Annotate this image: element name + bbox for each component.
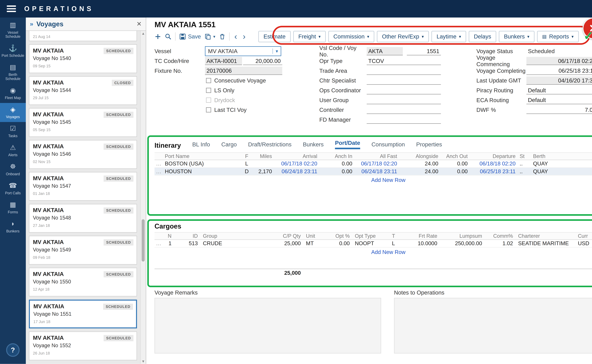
checkbox-ls-only[interactable]: LS Only: [155, 85, 314, 95]
cargoes-add-new-row[interactable]: Add New Row: [155, 249, 592, 255]
checkbox[interactable]: [206, 107, 211, 112]
fd-manager-field[interactable]: [367, 116, 441, 124]
row-handle-icon[interactable]: …: [155, 161, 163, 167]
eca-routing-field[interactable]: Default: [526, 96, 592, 104]
sidebar-item-forms[interactable]: ▦ Forms: [0, 198, 26, 217]
fixture-no-field[interactable]: 20170006: [205, 67, 282, 75]
menu-freight[interactable]: Freight▾: [293, 31, 326, 42]
status-badge: SCHEDULED: [104, 271, 133, 277]
status-badge: SCHEDULED: [104, 176, 133, 182]
voyage-card-1544[interactable]: MV AKTAIA CLOSED Voyage No 1544 29 Jul 1…: [29, 76, 137, 105]
user-group-field[interactable]: [367, 96, 441, 104]
opr-type-field[interactable]: TCOV: [367, 57, 441, 65]
voyages-icon: ◈: [10, 105, 15, 113]
vessel-select[interactable]: MV AKTAIA ▾: [205, 46, 281, 56]
tab-properties[interactable]: Properties: [416, 141, 442, 149]
checkbox-consecutive-voyage[interactable]: Consecutive Voyage: [155, 76, 314, 85]
chtr-specialist-field[interactable]: [367, 77, 441, 85]
berth-schedule-icon: ▤: [10, 63, 16, 71]
menu-laytime[interactable]: Laytime▾: [431, 31, 466, 42]
dwf-field[interactable]: 7.00: [526, 106, 592, 114]
voyage-commencing-field[interactable]: 06/17/18 02:20: [526, 57, 592, 65]
page-title: MV AKTAIA 1551: [155, 20, 216, 29]
copy-button[interactable]: ▾: [204, 33, 215, 40]
caret-down-icon: ▾: [318, 34, 321, 39]
tab-bl-info[interactable]: BL Info: [192, 141, 210, 149]
sidebar-item-port-calls[interactable]: ☎ Port Calls: [0, 179, 26, 198]
menu-estimate[interactable]: Estimate: [258, 31, 290, 42]
voyage-card-1546[interactable]: MV AKTAIA SCHEDULED Voyage No 1546 02 No…: [29, 140, 137, 169]
tab-draft-restrictions[interactable]: Draft/Restrictions: [248, 141, 291, 149]
add-button[interactable]: [155, 33, 161, 40]
checkbox-last-tci-voy[interactable]: Last TCI Voy: [155, 105, 314, 115]
checkbox[interactable]: [206, 78, 211, 83]
voyage-card-1545[interactable]: MV AKTAIA SCHEDULED Voyage No 1545 05 Se…: [29, 108, 137, 137]
voyage-manager: MV AKTAIA 1551 Save ▾ ‹: [146, 18, 592, 364]
cargoes-header-row: N ID Group C/P Qty Unit Opt % Opt Type T…: [155, 232, 592, 240]
delete-button[interactable]: [219, 33, 226, 40]
sidebar-item-vessel-schedule[interactable]: ▥ Vessel Schedule: [0, 19, 26, 42]
itinerary-add-new-row[interactable]: Add New Row: [155, 177, 592, 183]
voyage-card-partial[interactable]: 21 Aug 14: [29, 31, 137, 41]
sidebar-item-bunkers[interactable]: ◗ Bunkers: [0, 217, 26, 236]
sidebar-item-voyages[interactable]: ◈ Voyages: [0, 103, 26, 122]
ops-coordinator-field[interactable]: [367, 86, 441, 95]
sidebar-item-tasks[interactable]: ☑ Tasks: [0, 122, 26, 141]
scroll-up-icon[interactable]: ▲: [141, 31, 146, 35]
voyage-card-1547[interactable]: MV AKTAIA SCHEDULED Voyage No 1547 01 Ja…: [29, 172, 137, 201]
voyage-card-1552[interactable]: MV AKTAIA SCHEDULED Voyage No 1552 26 Ju…: [29, 332, 137, 360]
tab-bunkers[interactable]: Bunkers: [303, 141, 324, 149]
tc-code-field[interactable]: AKTA-I0001: [205, 57, 242, 65]
checkbox-drydock: Drydock: [155, 95, 314, 105]
status-badge: SCHEDULED: [104, 143, 133, 150]
voy-no-field[interactable]: 1551: [407, 47, 441, 55]
itinerary-row-houston[interactable]: … HOUSTON D 2,170 06/24/18 23:11 0.00 06…: [155, 168, 592, 176]
close-icon[interactable]: ✕: [137, 20, 142, 27]
menu-delays[interactable]: Delays: [469, 31, 496, 42]
collapse-panel-icon[interactable]: »: [30, 20, 33, 27]
voyage-remarks-textarea[interactable]: [155, 298, 381, 353]
prev-voyage-button[interactable]: ‹: [233, 33, 238, 40]
tab-consumption[interactable]: Consumption: [372, 141, 405, 149]
scroll-down-icon[interactable]: ▼: [141, 359, 146, 364]
controller-field[interactable]: [367, 106, 441, 114]
save-button[interactable]: Save: [179, 33, 201, 40]
voyage-card-1550[interactable]: MV AKTAIA SCHEDULED Voyage No 1550 12 Ap…: [29, 268, 137, 297]
trade-area-field[interactable]: [367, 67, 441, 75]
cargo-row-crude[interactable]: … 1 513 CRUDE 25,000 MT 0.00 NOOPT L 10.…: [155, 240, 592, 247]
next-voyage-button[interactable]: ›: [242, 33, 247, 40]
menu-commission[interactable]: Commission▾: [328, 31, 374, 42]
voyages-scrollbar[interactable]: ▲ ▼: [140, 31, 146, 364]
voyage-card-1551-selected[interactable]: MV AKTAIA SCHEDULED Voyage No 1551 17 Ju…: [29, 300, 137, 329]
voyage-menus: Estimate Freight▾ Commission▾ Other Rev/…: [258, 31, 579, 42]
voyage-card-1540[interactable]: MV AKTAIA SCHEDULED Voyage No 1540 09 Se…: [29, 44, 137, 73]
sidebar-item-alerts[interactable]: ⚠ Alerts: [0, 141, 26, 160]
last-update-gmt-field[interactable]: 04/16/20 17:35: [526, 77, 592, 85]
vsl-code-field[interactable]: AKTA: [367, 47, 403, 55]
hamburger-menu-icon[interactable]: [7, 6, 16, 12]
sidebar-item-fleet-map[interactable]: ◉ Fleet Map: [0, 84, 26, 103]
sidebar-item-port-schedule[interactable]: ⚓ Port Schedule: [0, 42, 26, 61]
scrollbar-thumb[interactable]: [142, 219, 145, 261]
itinerary-row-boston[interactable]: … BOSTON (USA) L 06/17/18 02:20 0.00 06/…: [155, 160, 592, 168]
row-handle-icon[interactable]: …: [155, 168, 163, 175]
tab-cargo[interactable]: Cargo: [221, 141, 237, 149]
tab-port-date[interactable]: Port/Date: [335, 140, 360, 149]
piracy-routing-field[interactable]: Default: [526, 86, 592, 95]
tc-hire-field[interactable]: 20,000.00: [243, 57, 282, 65]
menu-other-rev-exp[interactable]: Other Rev/Exp▾: [377, 31, 429, 42]
voyage-card-1549[interactable]: MV AKTAIA SCHEDULED Voyage No 1549 09 Fe…: [29, 236, 137, 265]
onboard-icon: ☸: [10, 162, 16, 170]
help-button[interactable]: ?: [6, 343, 20, 357]
notes-to-operations-textarea[interactable]: [394, 298, 592, 353]
search-icon[interactable]: [165, 33, 171, 40]
menu-reports[interactable]: ▤Reports▾: [537, 31, 579, 42]
menu-bunkers[interactable]: Bunkers▾: [499, 31, 534, 42]
sidebar-item-berth-schedule[interactable]: ▤ Berth Schedule: [0, 61, 26, 84]
voyage-completing-field[interactable]: 06/25/18 23:11: [526, 67, 592, 75]
sidebar-item-onboard[interactable]: ☸ Onboard: [0, 160, 26, 179]
checkbox[interactable]: [206, 88, 211, 93]
row-handle-icon[interactable]: …: [155, 240, 163, 247]
operations-app: OPERATIONS Network Analytics Inbox Docum…: [0, 0, 592, 364]
voyage-card-1548[interactable]: MV AKTAIA SCHEDULED Voyage No 1548 27 Ja…: [29, 204, 137, 233]
